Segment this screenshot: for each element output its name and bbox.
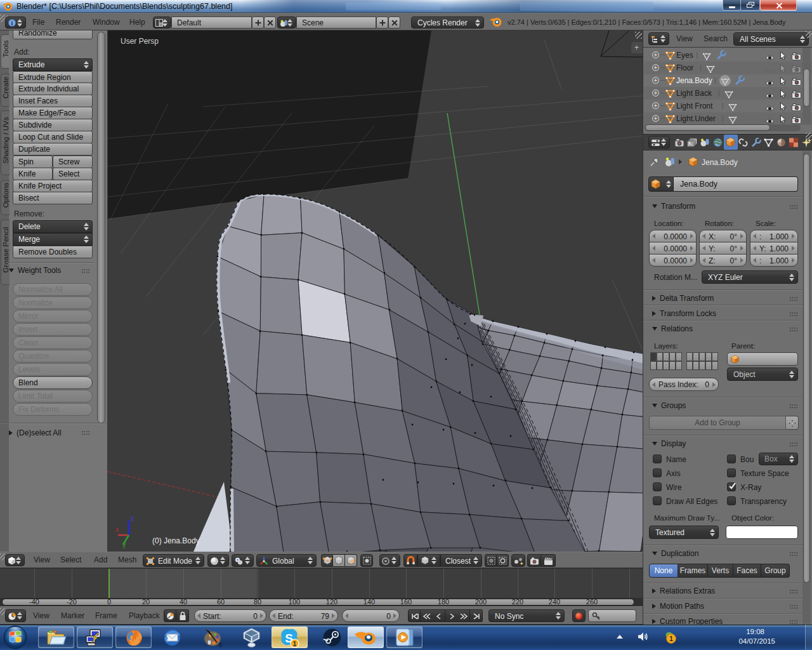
svg-text:1: 1 [669,635,673,642]
svg-text:i: i [11,20,13,27]
svg-text:x: x [115,526,119,533]
svg-text:1: 1 [293,640,297,647]
svg-text:5: 5 [219,642,222,648]
svg-text:z: z [131,514,134,522]
